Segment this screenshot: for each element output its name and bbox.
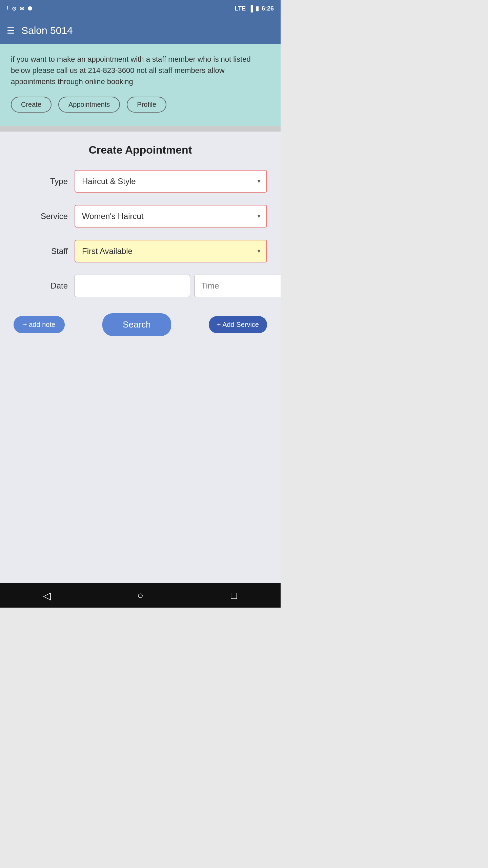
staff-select-wrapper: First Available Stylist 1 Stylist 2 — [75, 240, 267, 262]
time-display: 6:26 — [262, 5, 274, 12]
home-button[interactable]: ○ — [127, 587, 154, 604]
create-appointment-title: Create Appointment — [14, 144, 267, 156]
status-icons: ! ⊙ ✉ ⚉ — [7, 5, 32, 12]
info-banner: if you want to make an appointment with … — [0, 44, 281, 126]
staff-select[interactable]: First Available Stylist 1 Stylist 2 — [75, 240, 267, 262]
bottom-action-bar: + add note Search + Add Service — [14, 313, 267, 343]
robot-icon: ⚉ — [27, 5, 32, 12]
service-row: Service Women's Haircut Men's Haircut Ch… — [14, 205, 267, 228]
date-inputs — [75, 275, 281, 297]
service-select-wrapper: Women's Haircut Men's Haircut Children's… — [75, 205, 267, 228]
hamburger-icon[interactable]: ☰ — [7, 25, 15, 36]
message-icon: ✉ — [20, 5, 24, 12]
type-label: Type — [14, 177, 75, 186]
back-button[interactable]: ◁ — [33, 587, 60, 604]
staff-row: Staff First Available Stylist 1 Stylist … — [14, 240, 267, 262]
date-label: Date — [14, 281, 75, 291]
top-bar: ☰ Salon 5014 — [0, 17, 281, 44]
service-label: Service — [14, 212, 75, 221]
signal-icon: ▐ — [248, 5, 253, 12]
nav-bar: ◁ ○ □ — [0, 583, 281, 608]
create-button[interactable]: Create — [11, 97, 52, 113]
type-select-wrapper: Haircut & Style Color Treatment — [75, 170, 267, 193]
date-input[interactable] — [75, 275, 190, 297]
add-service-button[interactable]: + Add Service — [209, 316, 267, 333]
notification-icon: ! — [7, 5, 8, 12]
service-select[interactable]: Women's Haircut Men's Haircut Children's… — [75, 205, 267, 228]
add-note-button[interactable]: + add note — [14, 316, 65, 333]
recent-button[interactable]: □ — [220, 587, 247, 604]
appointments-button[interactable]: Appointments — [58, 97, 120, 113]
status-bar: ! ⊙ ✉ ⚉ LTE ▐ ▮ 6:26 — [0, 0, 281, 17]
app-title: Salon 5014 — [21, 25, 73, 36]
info-text: if you want to make an appointment with … — [11, 54, 270, 87]
android-icon: ⊙ — [12, 5, 16, 12]
staff-label: Staff — [14, 246, 75, 256]
banner-buttons: Create Appointments Profile — [11, 97, 270, 113]
search-button[interactable]: Search — [102, 313, 171, 336]
status-right: LTE ▐ ▮ 6:26 — [235, 5, 274, 12]
time-input[interactable] — [194, 275, 281, 297]
date-row: Date — [14, 275, 267, 297]
type-row: Type Haircut & Style Color Treatment — [14, 170, 267, 193]
create-appointment-section: Create Appointment Type Haircut & Style … — [0, 132, 281, 583]
section-divider — [0, 126, 281, 132]
battery-icon: ▮ — [256, 5, 259, 12]
profile-button[interactable]: Profile — [127, 97, 166, 113]
lte-label: LTE — [235, 5, 246, 12]
type-select[interactable]: Haircut & Style Color Treatment — [75, 170, 267, 193]
